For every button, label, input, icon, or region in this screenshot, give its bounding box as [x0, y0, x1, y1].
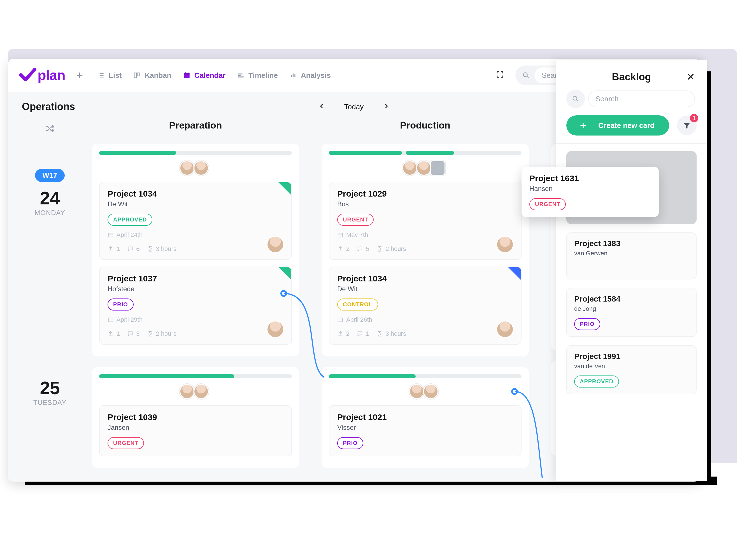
chevron-left-icon [318, 103, 325, 109]
card-corner-marker [278, 182, 291, 195]
day-cell: Project 1039 Jansen URGENT [92, 367, 299, 468]
backlog-card[interactable]: Project 1584 de Jong PRIO [566, 288, 697, 337]
card-subtitle: van Gerwen [574, 250, 689, 257]
shuffle-button[interactable] [45, 124, 55, 135]
view-kanban-label: Kanban [145, 71, 171, 80]
avatar[interactable] [194, 160, 209, 176]
resource-icon[interactable] [430, 160, 445, 176]
next-day-button[interactable] [383, 103, 389, 111]
avatar[interactable] [416, 160, 431, 176]
avatar[interactable] [402, 160, 417, 176]
uploads-count: 1 [107, 245, 120, 252]
avatar[interactable] [194, 384, 209, 399]
svg-point-12 [573, 96, 577, 100]
column-header: Preparation [92, 120, 299, 131]
status-tag: PRIO [107, 298, 134, 311]
day-number: 24 [8, 189, 92, 207]
hourglass-icon [147, 246, 153, 252]
filter-count-badge: 1 [690, 114, 698, 122]
project-card[interactable]: Project 1034 De Wit APPROVED April 24th … [99, 182, 292, 260]
status-tag: URGENT [107, 437, 144, 449]
comments-count: 1 [357, 330, 369, 338]
expand-icon [496, 70, 504, 79]
day-number: 25 [8, 379, 92, 397]
connector-handle[interactable] [280, 290, 287, 297]
date-icon [337, 317, 343, 323]
avatar[interactable] [267, 321, 284, 338]
card-subtitle: Hansen [530, 185, 651, 193]
connector-handle[interactable] [511, 388, 518, 395]
upload-icon [337, 331, 343, 337]
date-icon [107, 317, 114, 323]
card-title: Project 1034 [337, 274, 513, 283]
svg-rect-9 [338, 233, 343, 237]
uploads-count: 2 [337, 245, 350, 252]
status-tag: URGENT [530, 198, 566, 210]
card-date: April 24th [107, 231, 283, 239]
chevron-right-icon [383, 103, 389, 109]
filter-button[interactable]: 1 [677, 116, 697, 135]
avatar[interactable] [496, 236, 514, 253]
search-icon [566, 89, 585, 108]
backlog-panel: Backlog ✕ + Create new card 1 Project 13… [556, 60, 707, 481]
brand-logo[interactable]: plan [19, 66, 65, 84]
date-icon [337, 232, 343, 238]
avatar[interactable] [423, 384, 438, 399]
create-card-button[interactable]: + Create new card [566, 115, 669, 135]
project-card[interactable]: Project 1037 Hofstede PRIO April 29th 1 … [99, 267, 292, 345]
dragging-card[interactable]: Project 1631 Hansen URGENT [521, 167, 659, 217]
view-calendar[interactable]: Calendar [183, 71, 226, 80]
card-title: Project 1034 [107, 189, 283, 198]
date-rail: W17 24 MONDAY 25 TUESDAY [8, 120, 92, 478]
svg-rect-7 [108, 233, 113, 237]
add-button[interactable]: + [76, 69, 83, 82]
project-card[interactable]: Project 1034 De Wit CONTROL April 26th 2… [329, 267, 521, 345]
backlog-card[interactable]: Project 1383 van Gerwen [566, 232, 697, 279]
column-preparation: Preparation Project 1034 De Wit APPROVED [92, 120, 299, 478]
create-card-label: Create new card [598, 121, 654, 130]
view-analysis[interactable]: Analysis [290, 71, 331, 80]
column-header: Production [321, 120, 529, 131]
comments-count: 5 [357, 245, 369, 252]
prev-day-button[interactable] [318, 103, 325, 111]
close-panel-button[interactable]: ✕ [687, 71, 695, 83]
panel-title: Backlog [612, 71, 651, 83]
panel-search-input[interactable] [588, 90, 695, 107]
upload-icon [107, 246, 114, 252]
kanban-icon [133, 72, 140, 79]
week-badge: W17 [35, 169, 65, 182]
card-corner-marker [278, 267, 291, 280]
uploads-count: 2 [337, 330, 350, 338]
comment-icon [127, 246, 133, 252]
view-timeline[interactable]: Timeline [237, 71, 278, 80]
view-list[interactable]: List [98, 71, 122, 80]
card-subtitle: Visser [337, 424, 513, 431]
project-card[interactable]: Project 1029 Bos URGENT May 7th 2 5 2 ho… [329, 182, 521, 260]
today-label[interactable]: Today [344, 103, 364, 111]
backlog-card[interactable]: Project 1991 van de Ven APPROVED [566, 345, 697, 394]
project-card[interactable]: Project 1021 Visser PRIO [329, 405, 521, 456]
status-tag: APPROVED [574, 375, 619, 388]
view-kanban[interactable]: Kanban [133, 71, 171, 80]
column-production: Production Project 1029 [321, 120, 529, 478]
day-cell: Project 1021 Visser PRIO [321, 367, 529, 468]
card-title: Project 1631 [530, 174, 651, 183]
avatar[interactable] [409, 384, 424, 399]
hours-value: 2 hours [147, 330, 177, 338]
logo-check-icon [19, 66, 36, 84]
plus-icon: + [578, 121, 588, 131]
svg-rect-10 [338, 318, 343, 322]
avatar[interactable] [496, 321, 514, 338]
project-card[interactable]: Project 1039 Jansen URGENT [99, 405, 292, 456]
fullscreen-button[interactable] [496, 70, 504, 81]
status-tag: PRIO [574, 318, 600, 330]
avatar[interactable] [180, 160, 195, 176]
avatar[interactable] [180, 384, 195, 399]
panel-search [566, 89, 697, 108]
shuffle-icon [45, 124, 55, 133]
date-navigator: Today [318, 103, 389, 111]
hourglass-icon [377, 246, 383, 252]
capacity-bar [329, 151, 521, 155]
svg-rect-1 [137, 73, 140, 76]
avatar[interactable] [267, 236, 284, 253]
